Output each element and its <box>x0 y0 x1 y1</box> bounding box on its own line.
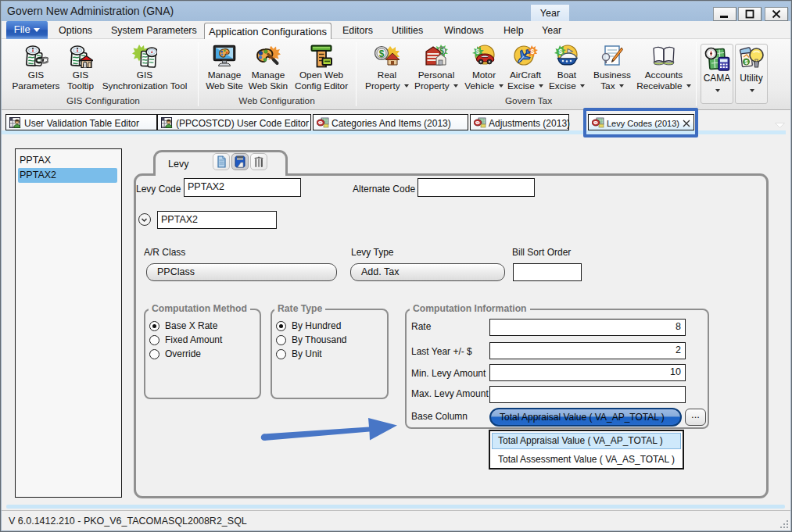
svg-text:$: $ <box>558 48 562 55</box>
svg-text:$: $ <box>475 48 479 55</box>
svg-text:$: $ <box>379 48 385 59</box>
svg-text:$: $ <box>530 48 534 55</box>
